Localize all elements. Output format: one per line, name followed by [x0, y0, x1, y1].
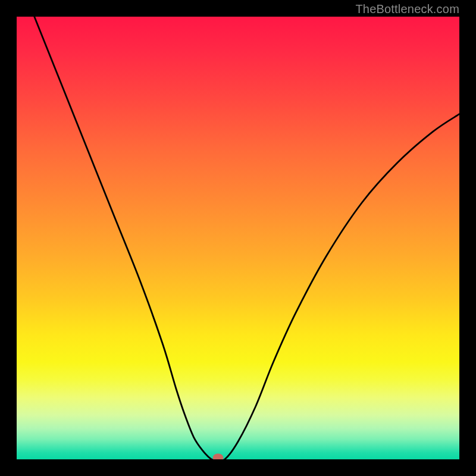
bottleneck-curve — [35, 17, 459, 459]
plot-area — [17, 17, 459, 459]
chart-frame: TheBottleneck.com — [0, 0, 476, 476]
optimal-point-marker — [213, 453, 224, 459]
chart-svg — [17, 17, 459, 459]
svg-point-0 — [213, 453, 224, 459]
watermark-text: TheBottleneck.com — [355, 2, 459, 16]
